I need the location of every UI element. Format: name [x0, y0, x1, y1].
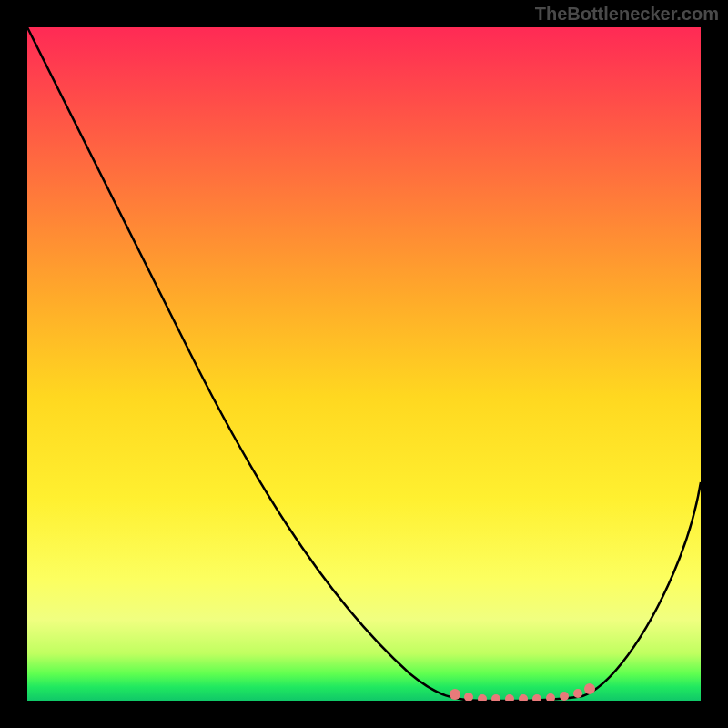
- watermark-text: TheBottlenecker.com: [535, 4, 719, 25]
- chart-container: TheBottlenecker.com: [0, 0, 728, 728]
- plot-gradient-area: [27, 27, 701, 701]
